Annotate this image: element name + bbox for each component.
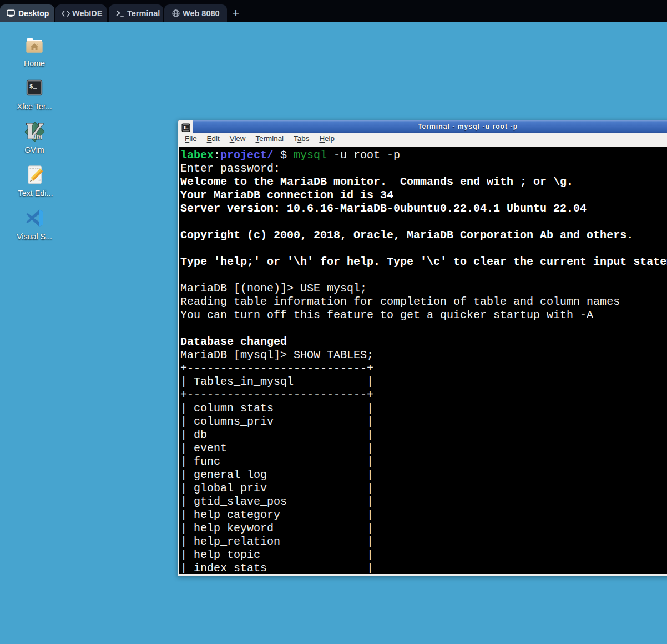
svg-text:im: im	[34, 133, 43, 141]
svg-text:$: $	[29, 83, 33, 90]
